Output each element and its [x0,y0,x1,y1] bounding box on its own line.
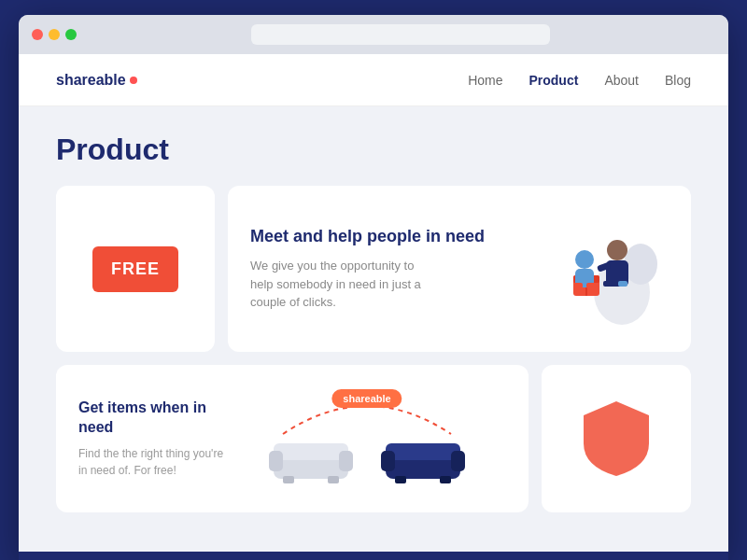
hero-svg [500,208,669,329]
card-shield [542,365,691,512]
card-items-text: Get items when in need Find the the righ… [78,399,228,479]
card-free: FREE [56,186,215,352]
card-items-illustration: shareable [228,387,506,490]
address-bar[interactable] [251,24,550,45]
svg-rect-19 [328,476,339,483]
svg-rect-16 [269,451,283,471]
card-hero-description: We give you the opportunity to help some… [250,257,437,312]
free-badge: FREE [92,246,178,292]
navigation: shareable Home Product About Blog [19,54,728,106]
svg-rect-11 [603,281,613,287]
about-section-peek: About [19,552,728,560]
nav-links: Home Product About Blog [468,73,691,88]
browser-toolbar [19,15,728,54]
svg-rect-15 [274,443,348,460]
nav-product[interactable]: Product [529,73,578,88]
svg-point-9 [607,240,627,260]
svg-rect-7 [573,283,583,288]
shield-svg [579,397,654,481]
card-items: Get items when in need Find the the righ… [56,365,529,512]
card-items-description: Find the the right thing you're in need … [78,445,228,479]
browser-dots [32,29,77,40]
card-items-title: Get items when in need [78,399,228,438]
page-content: shareable Home Product About Blog Produc… [19,54,728,560]
page-title: Product [56,133,691,167]
svg-rect-12 [618,281,627,287]
main-content: Product FREE Meet and help people in nee… [19,106,728,552]
svg-rect-25 [440,476,451,483]
card-hero-title: Meet and help people in need [250,226,500,247]
logo[interactable]: shareable [56,72,137,89]
logo-dot [130,77,137,84]
dot-yellow[interactable] [49,29,60,40]
svg-point-5 [575,250,594,269]
cards-row-2: Get items when in need Find the the righ… [56,365,691,512]
nav-blog[interactable]: Blog [665,73,691,88]
dot-red[interactable] [32,29,43,40]
shareable-badge: shareable [331,389,402,408]
browser-window: shareable Home Product About Blog Produc… [19,15,728,560]
card-hero-text: Meet and help people in need We give you… [250,226,500,312]
svg-rect-18 [283,476,294,483]
card-hero: Meet and help people in need We give you… [228,186,691,352]
hero-illustration [500,208,669,329]
svg-rect-21 [386,443,460,460]
dot-green[interactable] [65,29,77,40]
svg-point-1 [624,244,657,285]
nav-home[interactable]: Home [468,73,502,88]
svg-rect-17 [339,451,353,471]
logo-text: shareable [56,72,126,89]
svg-rect-24 [395,476,406,483]
cards-row-1: FREE Meet and help people in need We giv… [56,186,691,352]
svg-rect-8 [586,283,596,288]
nav-about[interactable]: About [604,73,639,88]
svg-rect-22 [381,451,395,471]
svg-rect-23 [451,451,465,471]
